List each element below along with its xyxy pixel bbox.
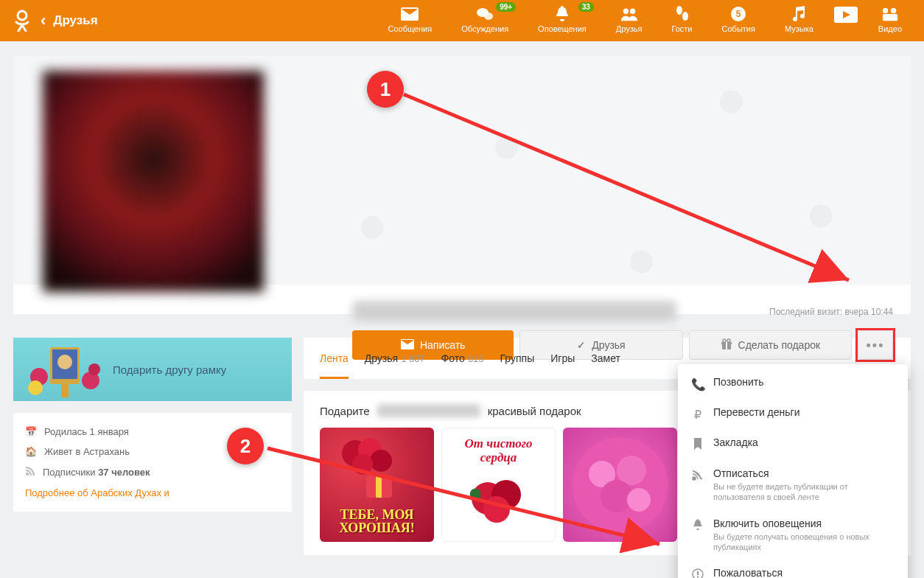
video-icon xyxy=(881,7,899,21)
svg-rect-43 xyxy=(697,577,699,578)
nav-friends[interactable]: Друзья xyxy=(601,2,657,39)
promo-banner[interactable]: Подарить другу рамку xyxy=(13,338,292,401)
rss-icon xyxy=(25,466,35,478)
svg-point-3 xyxy=(623,9,628,14)
tab-friends[interactable]: Друзья1 607 xyxy=(365,338,425,379)
dd-enable-notif[interactable]: Включить оповещенияВы будете получать оп… xyxy=(678,510,908,560)
nav-music[interactable]: Музыка xyxy=(770,2,828,39)
profile-cover: Последний визит: вчера 10:44 Написать ✓ … xyxy=(13,56,911,314)
svg-rect-42 xyxy=(697,571,699,575)
svg-point-0 xyxy=(18,11,27,20)
svg-rect-11 xyxy=(883,14,897,21)
unsubscribe-icon xyxy=(691,469,704,484)
svg-point-5 xyxy=(676,6,682,15)
more-button[interactable]: ••• xyxy=(858,330,893,360)
svg-point-23 xyxy=(88,363,100,375)
info-subs: Подписчики 37 человек xyxy=(25,466,280,478)
top-header: ‹ Друзья Сообщения 99+ Обсуждения 33 Опо… xyxy=(0,0,924,41)
dd-unsubscribe[interactable]: ОтписатьсяВы не будете видеть публикации… xyxy=(678,460,908,510)
gift-item[interactable]: ТЕБЕ, МОЯ ХОРОШАЯ! xyxy=(320,428,434,542)
svg-point-34 xyxy=(483,496,510,523)
nav-guests[interactable]: Гости xyxy=(657,2,707,39)
svg-point-4 xyxy=(630,9,635,14)
dd-bookmark[interactable]: Закладка xyxy=(678,429,908,460)
svg-point-15 xyxy=(723,339,726,342)
bell-icon xyxy=(553,7,571,21)
gift-item[interactable] xyxy=(563,428,677,542)
nav-play[interactable] xyxy=(828,2,864,39)
tab-groups[interactable]: Группы xyxy=(500,338,535,379)
svg-point-25 xyxy=(26,473,29,476)
annotation-2: 2 xyxy=(227,428,264,464)
calendar-icon: 📅 xyxy=(25,426,37,437)
svg-rect-14 xyxy=(726,342,727,349)
svg-point-10 xyxy=(891,8,896,13)
warning-icon xyxy=(691,568,704,578)
info-more-link[interactable]: Подробнее об Арабских Духах и xyxy=(25,487,280,498)
back-chevron-icon[interactable]: ‹ xyxy=(41,11,46,30)
svg-point-9 xyxy=(883,8,888,13)
avatar[interactable] xyxy=(43,71,264,292)
tab-notes[interactable]: Замет xyxy=(591,338,620,379)
svg-point-28 xyxy=(370,450,392,472)
gift-item[interactable]: От чистого сердца xyxy=(441,428,556,542)
nav-notifications[interactable]: 33 Оповещения xyxy=(523,2,601,39)
nav-events[interactable]: 5 События xyxy=(707,2,770,39)
dd-report[interactable]: Пожаловаться xyxy=(678,560,908,578)
ruble-icon: ₽ xyxy=(691,408,704,422)
more-dropdown: 📞 Позвонить ₽ Перевести деньги Закладка … xyxy=(678,364,908,578)
svg-point-40 xyxy=(693,477,696,480)
svg-point-19 xyxy=(57,355,72,369)
play-icon xyxy=(834,7,858,23)
last-visit: Последний визит: вчера 10:44 xyxy=(769,307,893,317)
location-icon: 🏠 xyxy=(25,446,37,457)
svg-point-21 xyxy=(28,380,43,395)
gift-icon xyxy=(721,338,732,352)
top-nav: Сообщения 99+ Обсуждения 33 Оповещения Д… xyxy=(373,2,917,39)
gift-button[interactable]: Сделать подарок xyxy=(689,330,852,360)
ok-logo[interactable] xyxy=(7,6,37,35)
phone-icon: 📞 xyxy=(691,377,704,391)
dd-call[interactable]: 📞 Позвонить xyxy=(678,369,908,399)
promo-image xyxy=(24,338,105,401)
gift-recipient-name xyxy=(377,404,480,417)
svg-point-29 xyxy=(352,454,373,475)
chat-icon xyxy=(476,7,494,21)
svg-point-16 xyxy=(727,339,730,342)
user-name xyxy=(352,301,676,321)
svg-text:5: 5 xyxy=(736,9,741,19)
svg-point-6 xyxy=(682,12,688,21)
bookmark-icon xyxy=(691,438,704,453)
check-icon: ✓ xyxy=(577,339,586,351)
star-icon: 5 xyxy=(729,7,747,21)
music-icon xyxy=(790,7,808,21)
action-buttons: Написать ✓ Друзья Сделать подарок ••• xyxy=(352,330,893,360)
nav-video[interactable]: Видео xyxy=(864,2,917,39)
annotation-1: 1 xyxy=(367,71,404,108)
nav-discussions[interactable]: 99+ Обсуждения xyxy=(447,2,523,39)
svg-rect-24 xyxy=(61,384,69,397)
nav-messages[interactable]: Сообщения xyxy=(373,2,447,39)
promo-text: Подарить другу рамку xyxy=(113,363,226,376)
page-title: Друзья xyxy=(53,13,97,28)
tab-games[interactable]: Игры xyxy=(550,338,575,379)
tab-photos[interactable]: Фото615 xyxy=(441,338,484,379)
friends-icon xyxy=(620,7,638,21)
svg-point-2 xyxy=(484,13,493,20)
dd-transfer[interactable]: ₽ Перевести деньги xyxy=(678,399,908,429)
svg-point-39 xyxy=(627,488,651,512)
bell-icon xyxy=(691,519,704,534)
footsteps-icon xyxy=(673,7,691,21)
envelope-icon xyxy=(401,7,419,21)
svg-rect-31 xyxy=(376,476,382,498)
tab-feed[interactable]: Лента xyxy=(320,338,349,379)
